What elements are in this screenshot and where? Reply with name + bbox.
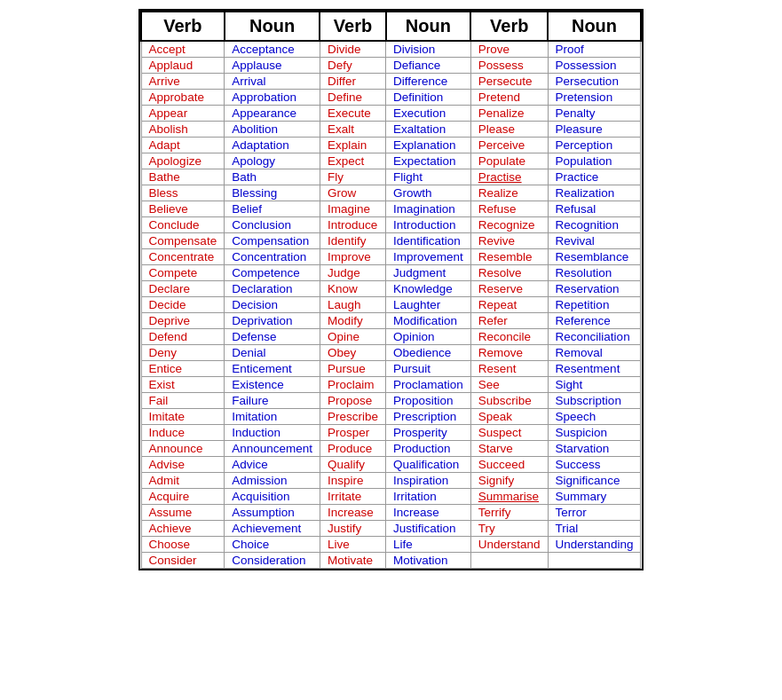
list-item: Refusal [548,201,641,217]
list-item: Failure [225,393,320,409]
list-item: Imitation [225,409,320,425]
list-item: Induce [141,425,225,441]
list-item: Acquisition [225,489,320,505]
list-item: Understand [470,537,548,553]
list-item: Defiance [386,58,471,74]
list-item: Significance [548,473,641,489]
list-item: Declaration [225,281,320,297]
list-item: Modification [386,313,471,329]
list-item: Subscription [548,393,641,409]
list-item: Imitate [141,409,225,425]
list-item: Arrival [225,74,320,90]
list-item: Resolve [470,265,548,281]
list-item: Growth [386,185,471,201]
list-item: Announcement [225,441,320,457]
list-item: Fail [141,393,225,409]
list-item: Induction [225,425,320,441]
list-item: Prescribe [320,409,385,425]
list-item: Terrify [470,505,548,521]
list-item: Acquire [141,489,225,505]
list-item: Admit [141,473,225,489]
list-item: Opinion [386,329,471,345]
list-item: Appear [141,106,225,122]
list-item: Recognize [470,217,548,233]
list-item [470,553,548,569]
list-item: Proclaim [320,377,385,393]
list-item: Identify [320,233,385,249]
list-item: Proclamation [386,377,471,393]
list-item: Repeat [470,297,548,313]
list-item: Resolution [548,265,641,281]
list-item: Fly [320,169,385,185]
list-item: Abolish [141,122,225,138]
list-item: Refer [470,313,548,329]
list-item: Reconciliation [548,329,641,345]
list-item: Deprivation [225,313,320,329]
list-item: Bless [141,185,225,201]
verb-noun-table: Verb Noun Verb Noun Verb Noun AcceptAcce… [140,11,642,569]
list-item: Possession [548,58,641,74]
col1-verb-header: Verb [141,12,225,41]
list-item: Imagine [320,201,385,217]
list-item: Trial [548,521,641,537]
list-item: Concentration [225,249,320,265]
list-item: Understanding [548,537,641,553]
list-item: Laughter [386,297,471,313]
list-item: Terror [548,505,641,521]
list-item: Bath [225,169,320,185]
list-item: Accept [141,41,225,58]
list-item: Speech [548,409,641,425]
list-item: Perceive [470,138,548,153]
list-item: Identification [386,233,471,249]
list-item: Explanation [386,138,471,153]
list-item: Opine [320,329,385,345]
list-item: Reconcile [470,329,548,345]
list-item: Signify [470,473,548,489]
list-item: Apology [225,153,320,169]
list-item: Believe [141,201,225,217]
list-item: Compensation [225,233,320,249]
list-item: Apologize [141,153,225,169]
list-item: Advise [141,457,225,473]
main-table-container: Verb Noun Verb Noun Verb Noun AcceptAcce… [138,9,644,570]
list-item: Adaptation [225,138,320,153]
list-item: Definition [386,90,471,106]
list-item: Competence [225,265,320,281]
list-item: Defend [141,329,225,345]
list-item: Acceptance [225,41,320,58]
list-item: Proof [548,41,641,58]
list-item: Judgment [386,265,471,281]
list-item: Obey [320,345,385,361]
list-item: Choice [225,537,320,553]
list-item: Reference [548,313,641,329]
list-item: Reserve [470,281,548,297]
list-item: Denial [225,345,320,361]
list-item: Expectation [386,153,471,169]
list-item: Division [386,41,471,58]
list-item: Try [470,521,548,537]
list-item: Success [548,457,641,473]
list-item: Pretend [470,90,548,106]
list-item: Compensate [141,233,225,249]
list-item: Introduce [320,217,385,233]
list-item: Difference [386,74,471,90]
list-item: Pretension [548,90,641,106]
list-item: Produce [320,441,385,457]
list-item: Perception [548,138,641,153]
list-item: Revival [548,233,641,249]
list-item: Population [548,153,641,169]
list-item: Resent [470,361,548,377]
list-item: Imagination [386,201,471,217]
list-item: Pursuit [386,361,471,377]
list-item: Belief [225,201,320,217]
list-item: Subscribe [470,393,548,409]
list-item: Decision [225,297,320,313]
list-item: Defense [225,329,320,345]
list-item: Explain [320,138,385,153]
list-item: Motivation [386,553,471,569]
list-item: Starvation [548,441,641,457]
list-item: Inspire [320,473,385,489]
col2-verb-header: Verb [320,12,385,41]
col2-noun-header: Noun [386,12,471,41]
list-item: Populate [470,153,548,169]
